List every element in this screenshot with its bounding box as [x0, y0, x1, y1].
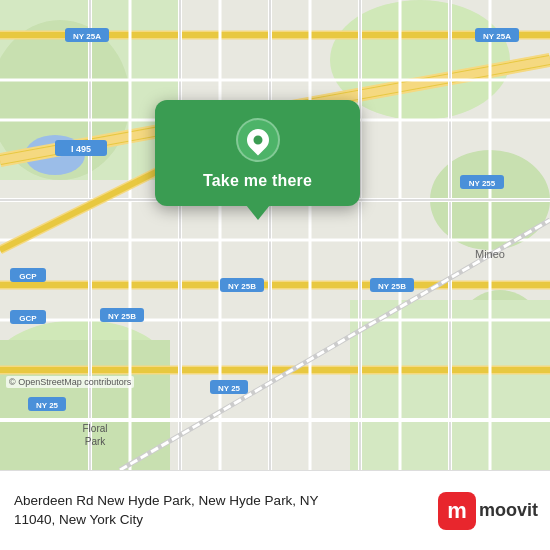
map-attribution: © OpenStreetMap contributors [6, 376, 134, 388]
svg-text:NY 25: NY 25 [36, 401, 59, 410]
address-line2: 11040, New York City [14, 512, 143, 527]
svg-rect-8 [0, 340, 170, 470]
svg-text:GCP: GCP [19, 314, 37, 323]
svg-text:Mineo: Mineo [475, 248, 505, 260]
info-text: Aberdeen Rd New Hyde Park, New Hyde Park… [14, 492, 438, 530]
svg-text:I 495: I 495 [71, 144, 91, 154]
popup-label[interactable]: Take me there [203, 172, 312, 190]
svg-text:GCP: GCP [19, 272, 37, 281]
svg-text:NY 25A: NY 25A [73, 32, 101, 41]
pin-dot [242, 124, 273, 155]
moovit-text: moovit [479, 500, 538, 521]
svg-text:NY 25B: NY 25B [228, 282, 256, 291]
svg-text:NY 25: NY 25 [218, 384, 241, 393]
map-container: I 495 NY 25A NY 25A NY 25B NY 25B NY 25B… [0, 0, 550, 470]
svg-text:NY 25B: NY 25B [378, 282, 406, 291]
svg-text:NY 255: NY 255 [469, 179, 496, 188]
moovit-logo[interactable]: m moovit [438, 492, 538, 530]
svg-text:NY 25B: NY 25B [108, 312, 136, 321]
info-bar: Aberdeen Rd New Hyde Park, New Hyde Park… [0, 470, 550, 550]
popup-card[interactable]: Take me there [155, 100, 360, 206]
moovit-icon: m [438, 492, 476, 530]
map-svg: I 495 NY 25A NY 25A NY 25B NY 25B NY 25B… [0, 0, 550, 470]
svg-text:Floral: Floral [82, 423, 107, 434]
info-address: Aberdeen Rd New Hyde Park, New Hyde Park… [14, 492, 438, 530]
address-line1: Aberdeen Rd New Hyde Park, New Hyde Park… [14, 493, 319, 508]
svg-text:NY 25A: NY 25A [483, 32, 511, 41]
moovit-letter: m [447, 500, 467, 522]
location-pin-icon [236, 118, 280, 162]
svg-text:Park: Park [85, 436, 107, 447]
